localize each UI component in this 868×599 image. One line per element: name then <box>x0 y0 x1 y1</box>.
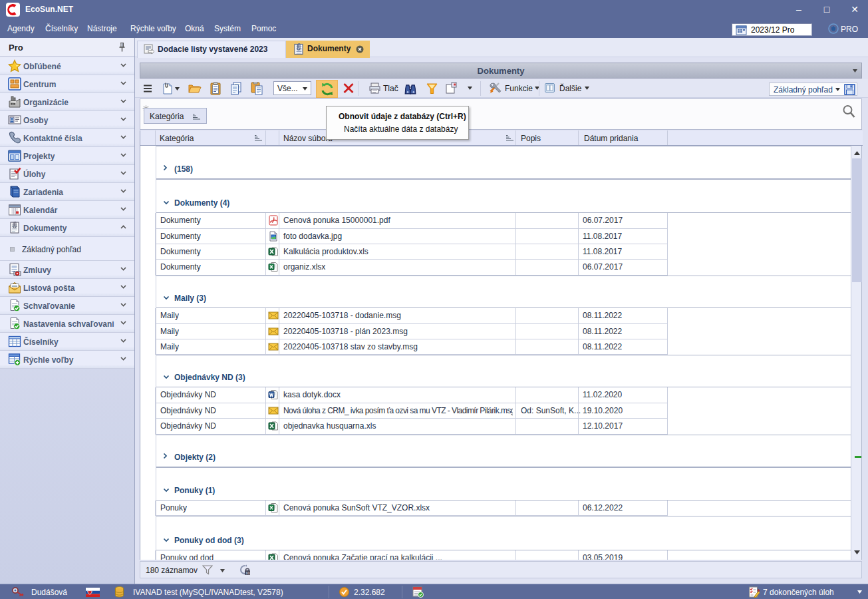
svg-text:10: 10 <box>245 571 249 575</box>
